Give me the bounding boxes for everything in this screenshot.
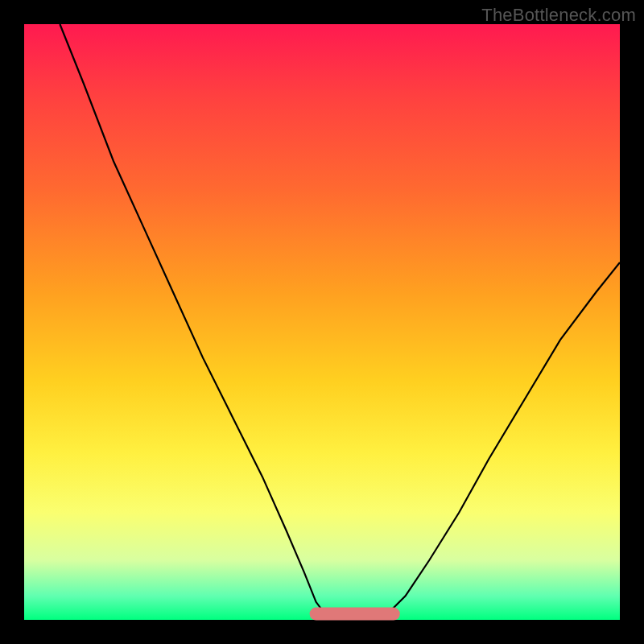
curve-path [60,24,620,617]
watermark-text: TheBottleneck.com [481,5,636,26]
chart-frame: TheBottleneck.com [0,0,644,644]
plot-area [24,24,620,620]
bottleneck-curve [24,24,620,620]
